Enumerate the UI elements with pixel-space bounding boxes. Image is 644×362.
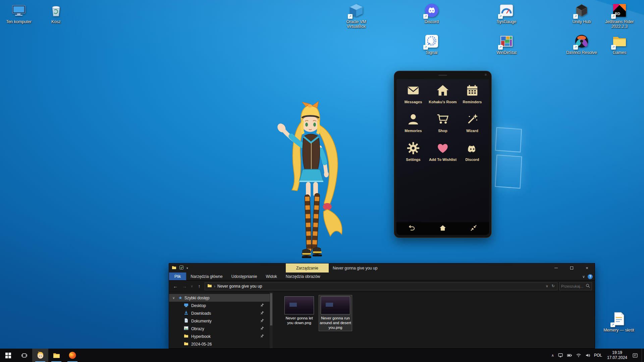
taskbar-file-explorer[interactable]	[48, 349, 64, 362]
action-center-icon[interactable]	[632, 353, 638, 358]
tab-widok[interactable]: Widok	[261, 273, 281, 280]
ribbon-collapse-button[interactable]: ∨	[582, 275, 585, 279]
desktop-icon-discord[interactable]: ↗ Discord	[416, 3, 448, 24]
desktop-icon-windirstat[interactable]: ↗ WinDirStat	[490, 34, 523, 55]
sidebar-item-label: Szybki dostęp	[184, 296, 210, 300]
phone-minimize-button[interactable]	[467, 224, 480, 234]
taskbar-firefox[interactable]	[64, 349, 80, 362]
quick-access-toolbar: ▾	[169, 265, 188, 271]
desktop-icon-unity-hub[interactable]: ↗ Unity Hub	[566, 3, 598, 24]
davinci-resolve-icon: ↗	[574, 34, 589, 49]
heart-icon	[436, 141, 449, 156]
breadcrumb[interactable]: Never gonna give you up	[217, 284, 262, 289]
hidden-icons-chevron[interactable]: ∧	[551, 353, 554, 358]
sidebar-item-obrazy[interactable]: Obrazy	[169, 325, 270, 333]
desktop-icon	[184, 303, 189, 308]
desktop-icon-virtualbox[interactable]: ↗ Oracle VM VirtualBox	[340, 3, 372, 29]
recent-locations-dropdown[interactable]: ∨	[190, 284, 194, 288]
desktop-icon-davinci-resolve[interactable]: ↗ DaVinci Resolve	[566, 34, 598, 55]
qat-customize-button[interactable]: ▾	[186, 266, 188, 270]
scrollbar-thumb[interactable]	[270, 293, 272, 325]
phone-app-wizard[interactable]: Wizard	[458, 113, 487, 137]
phone-app-add-to-wishlist[interactable]: Add To Wishlist	[428, 141, 458, 166]
desktop-icon-rider[interactable]: RD↗ JetBrains Rider 2022.2.3	[603, 3, 636, 29]
desktop-icon-signal[interactable]: ↗ Signal	[416, 34, 448, 55]
tray-battery-icon[interactable]	[567, 353, 572, 358]
file-name: Never gonna run around and desert you.pn…	[320, 316, 351, 330]
search-input[interactable]	[561, 284, 584, 288]
discord-icon: ↗	[424, 3, 439, 18]
back-button[interactable]: ←	[172, 284, 179, 289]
taskbar-kohaku-app[interactable]	[32, 349, 48, 362]
desktop-icon-label: Oracle VM VirtualBox	[340, 19, 372, 29]
sidebar-item-desktop[interactable]: Desktop	[169, 302, 270, 309]
show-desktop-button[interactable]	[642, 349, 643, 362]
tray-network-icon[interactable]	[576, 353, 581, 358]
search-box[interactable]	[559, 282, 592, 290]
shortcut-arrow-badge: ↗	[611, 14, 616, 19]
desktop-icon-recycle-bin[interactable]: Kosz	[40, 3, 72, 24]
search-icon	[586, 284, 590, 289]
file-list: Never gonna let you down.png Never gonna…	[273, 292, 595, 348]
qat-properties-button[interactable]	[179, 265, 184, 271]
phone-home-button[interactable]	[436, 224, 449, 234]
desktop-icon-label: Unity Hub	[573, 19, 591, 24]
language-indicator[interactable]: POL	[594, 353, 602, 358]
tab-plik[interactable]: Plik	[169, 273, 186, 280]
file-item[interactable]: Never gonna let you down.png	[283, 295, 316, 326]
shortcut-arrow-badge: ↗	[423, 14, 428, 19]
maximize-button[interactable]	[564, 263, 579, 273]
phone-app-shop[interactable]: Shop	[428, 113, 458, 137]
taskbar-clock[interactable]: 19:19 17.07.2024	[606, 350, 629, 360]
expander-icon[interactable]: ∨	[172, 296, 176, 300]
sidebar-item-hyperbook[interactable]: Hyperbook	[169, 333, 270, 340]
phone-app-settings[interactable]: Settings	[398, 141, 428, 166]
forward-button[interactable]: →	[181, 284, 188, 289]
phone-back-button[interactable]	[405, 224, 419, 234]
file-thumbnail	[284, 296, 314, 314]
file-item-selected[interactable]: Never gonna run around and desert you.pn…	[319, 295, 352, 331]
tray-monitor-icon[interactable]	[558, 353, 563, 358]
desktop-icon-sysgauge[interactable]: ↗ SysGauge	[490, 3, 523, 24]
kohaku-character[interactable]	[272, 101, 350, 263]
task-view-button[interactable]	[16, 349, 32, 362]
desktop-icon-memery[interactable]: ↗ Memery — skrót	[603, 311, 635, 333]
sidebar-item-quick-access[interactable]: ∨ ★ Szybki dostęp	[169, 294, 270, 302]
sidebar-item-dokumenty[interactable]: Dokumenty	[169, 317, 270, 325]
phone-app-reminders[interactable]: Reminders	[458, 84, 487, 109]
phone-app-messages[interactable]: Messages	[398, 84, 428, 109]
help-button[interactable]: ?	[588, 274, 593, 279]
sidebar-scrollbar[interactable]	[270, 292, 273, 348]
phone-app-kohakus-room[interactable]: Kohaku's Room	[428, 84, 458, 109]
close-button[interactable]: ×	[579, 263, 595, 273]
window-folder-icon	[172, 265, 176, 271]
tab-narzedzia-glowne[interactable]: Narzędzia główne	[186, 273, 227, 280]
desktop-icon-games[interactable]: ↗ Games	[603, 34, 636, 55]
desktop-icon-label: WinDirStat	[496, 50, 517, 55]
desktop-icon-label: JetBrains Rider 2022.2.3	[603, 19, 636, 29]
address-bar[interactable]: › Never gonna give you up ∨ ↻	[205, 282, 557, 290]
file-thumbnail	[321, 296, 350, 314]
title-bar[interactable]: ▾ Zarządzanie Never gonna give you up ×	[169, 263, 595, 273]
address-dropdown-icon[interactable]: ∨	[546, 284, 548, 288]
desktop-icon-label: Ten komputer	[6, 19, 32, 24]
contextual-tab-zarzadzanie[interactable]: Zarządzanie	[286, 263, 329, 273]
start-button[interactable]	[0, 349, 16, 362]
phone-app-memories[interactable]: Memories	[398, 113, 428, 137]
firefox-icon	[68, 351, 76, 359]
sidebar-item-folder[interactable]: 2024-05-26	[169, 340, 270, 348]
refresh-icon[interactable]: ↻	[552, 284, 555, 288]
navigation-pane: ∨ ★ Szybki dostęp Desktop Downloads Doku…	[169, 292, 270, 348]
pin-icon	[260, 326, 264, 332]
tray-volume-icon[interactable]	[585, 353, 590, 358]
wallpaper-window-logo-pane	[495, 127, 522, 152]
tab-udostepnianie[interactable]: Udostępnianie	[227, 273, 262, 280]
shortcut-arrow-badge: ↗	[423, 45, 428, 50]
up-button[interactable]: ↑	[196, 284, 203, 289]
desktop-icon-this-pc[interactable]: Ten komputer	[3, 3, 35, 24]
sidebar-item-downloads[interactable]: Downloads	[169, 309, 270, 317]
pin-icon	[260, 318, 264, 324]
tab-narzedzia-obrazow[interactable]: Narzędzia obrazów	[281, 273, 325, 280]
minimize-button[interactable]	[548, 263, 564, 273]
phone-app-discord[interactable]: Discord	[458, 141, 487, 166]
